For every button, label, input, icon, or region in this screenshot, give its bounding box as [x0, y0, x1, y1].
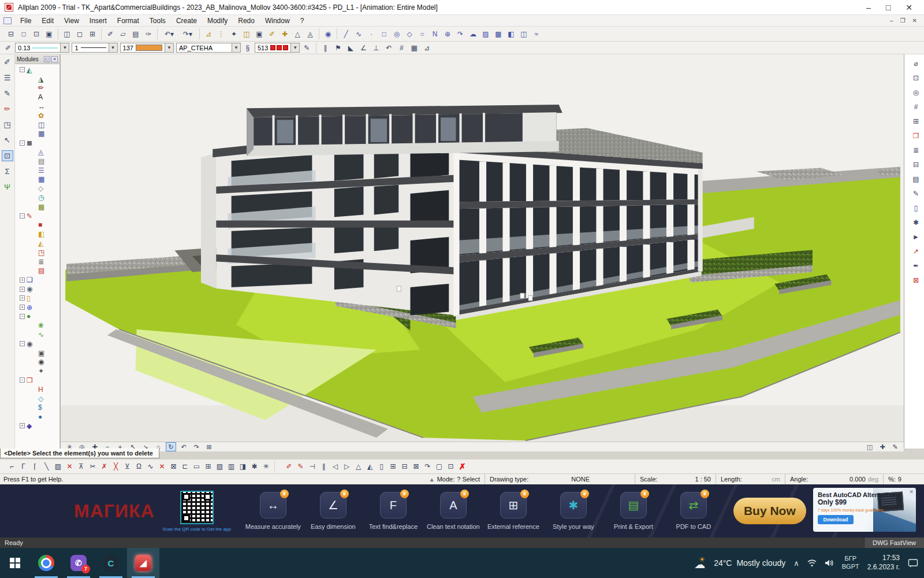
- module-hex[interactable]: ◇: [18, 394, 59, 403]
- compass-icon[interactable]: △: [292, 28, 303, 39]
- rectangle-icon[interactable]: □: [378, 28, 390, 39]
- module-landscape[interactable]: − ●: [18, 312, 59, 321]
- spline-icon[interactable]: N: [429, 28, 441, 39]
- menu-edit[interactable]: Edit: [36, 16, 59, 26]
- box-move-icon[interactable]: ⊠: [411, 461, 422, 472]
- feature-pdf-cad[interactable]: ⇄ ♛ PDF to CAD: [671, 492, 716, 530]
- tree-expander[interactable]: −: [20, 213, 25, 218]
- buy-now-button[interactable]: Buy Now: [733, 498, 806, 524]
- rails-icon[interactable]: ∥: [318, 461, 329, 472]
- section-icon[interactable]: ⌀: [910, 58, 922, 69]
- box-dot-icon[interactable]: ⊡: [445, 461, 456, 472]
- box-delete-icon[interactable]: ⊠: [168, 461, 179, 472]
- close-button[interactable]: ✕: [906, 3, 912, 12]
- save-icon[interactable]: ▣: [43, 28, 55, 39]
- module-tag[interactable]: ◇: [18, 184, 59, 193]
- module-reports[interactable]: − ❒: [18, 376, 59, 385]
- module-user[interactable]: + ◆: [18, 421, 59, 431]
- menu-insert[interactable]: Insert: [84, 16, 112, 26]
- tree-expander[interactable]: −: [20, 140, 25, 146]
- module-camera[interactable]: ◉: [18, 358, 59, 367]
- feature-dimension[interactable]: ∠ ♛ Easy dimension: [311, 492, 356, 530]
- menu-redo[interactable]: Redo: [233, 16, 260, 26]
- tree-expander[interactable]: +: [20, 295, 25, 301]
- arc-icon[interactable]: ↷: [454, 28, 466, 39]
- feature-style[interactable]: ✱ ♛ Style your way: [551, 492, 596, 530]
- mirror-left-icon[interactable]: ◁: [330, 461, 341, 472]
- start-button[interactable]: [0, 548, 30, 578]
- module-animation[interactable]: − ◉: [18, 339, 59, 349]
- sum-icon[interactable]: Σ: [2, 166, 13, 177]
- chevron-down-icon[interactable]: ▼: [109, 43, 117, 52]
- fill-icon[interactable]: ◧: [505, 28, 517, 39]
- module-freeform[interactable]: + ❏: [18, 275, 59, 284]
- image-tool-icon[interactable]: ▣: [254, 28, 265, 39]
- menu-format[interactable]: Format: [112, 16, 144, 26]
- taskbar-dwg-fastview-icon[interactable]: ◢: [127, 548, 159, 578]
- pattern-icon[interactable]: ▩: [493, 28, 504, 39]
- rotate-copy-icon[interactable]: ◭: [364, 461, 375, 472]
- stretch-icon[interactable]: ▭: [191, 461, 202, 472]
- tree-expander[interactable]: +: [20, 423, 25, 428]
- layer-select[interactable]: AP_CTEHA ▼: [176, 43, 241, 53]
- tree-expander[interactable]: −: [20, 314, 25, 319]
- link-icon[interactable]: §: [242, 42, 254, 53]
- arc-mode-icon[interactable]: ↶: [383, 42, 394, 53]
- line-cut-icon[interactable]: ╲: [41, 461, 52, 472]
- module-site[interactable]: + ⊕: [18, 303, 59, 312]
- open-icon[interactable]: ⊡: [31, 28, 42, 39]
- box-plain-icon[interactable]: ▢: [434, 461, 445, 472]
- brush-icon[interactable]: ✐: [105, 28, 116, 39]
- keyboard-layout[interactable]: БГР BGPT: [842, 555, 859, 571]
- stack-edit-icon[interactable]: ⊟: [399, 461, 410, 472]
- sheet-icon[interactable]: ◫: [865, 442, 875, 451]
- module-pyramid[interactable]: ◬: [18, 147, 59, 157]
- scale-tool-icon[interactable]: ⊿: [203, 28, 214, 39]
- delete-part-icon[interactable]: ✗: [99, 461, 110, 472]
- module-roof[interactable]: ◭: [18, 239, 59, 248]
- module-dimension[interactable]: ↔: [18, 102, 59, 111]
- scale-value[interactable]: 1 : 50: [695, 476, 711, 483]
- tree-expander[interactable]: +: [20, 287, 25, 292]
- module-plant[interactable]: ❀: [18, 321, 59, 330]
- bitmap-icon[interactable]: ◫: [518, 28, 530, 39]
- autocad-ad-card[interactable]: ✕ Best AutoCAD Alternative Only $99 7 da…: [813, 488, 916, 532]
- chevron-down-icon[interactable]: ▼: [60, 43, 69, 52]
- cancel-icon[interactable]: ✗: [457, 461, 468, 472]
- module-stairs[interactable]: ≣: [18, 257, 59, 266]
- length-label[interactable]: Length:: [721, 476, 742, 483]
- snap-icon[interactable]: ⊿: [421, 42, 433, 53]
- notification-center-icon[interactable]: [908, 558, 918, 568]
- layer-arrow-icon[interactable]: ►: [910, 231, 922, 242]
- view-undo-icon[interactable]: ↶: [178, 442, 189, 451]
- weather-widget[interactable]: ☀☁ 24°C Mostly cloudy: [694, 557, 785, 569]
- hatch-display-icon[interactable]: ∥: [319, 42, 331, 53]
- module-list[interactable]: ▤: [18, 157, 59, 166]
- merge-icon[interactable]: ⊻: [122, 461, 133, 472]
- polygon-icon[interactable]: ◇: [404, 28, 415, 39]
- eyedropper-icon[interactable]: ✐: [2, 57, 13, 68]
- mdi-restore-button[interactable]: ❐: [900, 17, 906, 24]
- freehand-icon[interactable]: ∿: [353, 28, 364, 39]
- minimize-button[interactable]: –: [866, 3, 871, 12]
- fit-select-icon[interactable]: ⊡: [2, 150, 13, 161]
- color-code-select[interactable]: 513 ▼: [255, 43, 300, 53]
- module-draft[interactable]: ◮: [18, 75, 59, 84]
- tree-expander[interactable]: +: [20, 277, 25, 283]
- new-icon[interactable]: □: [18, 28, 29, 39]
- arrange-icon[interactable]: ✚: [877, 442, 888, 451]
- chevron-down-icon[interactable]: ▼: [232, 43, 240, 52]
- tree-expander[interactable]: +: [20, 305, 25, 310]
- angle-label[interactable]: Angle:: [790, 476, 808, 483]
- module-pattern[interactable]: ▦: [18, 129, 59, 139]
- module-clock[interactable]: ◷: [18, 193, 59, 202]
- float-panel-icon[interactable]: ◱: [44, 56, 50, 62]
- module-architecture[interactable]: − ✎: [18, 212, 59, 221]
- feature-external-ref[interactable]: ⊞ ♛ External reference: [491, 492, 536, 530]
- mirror-copy-icon[interactable]: △: [353, 461, 364, 472]
- array-icon[interactable]: ⊞: [203, 461, 214, 472]
- delete-point-icon[interactable]: ✕: [64, 461, 75, 472]
- break-icon[interactable]: ✂: [87, 461, 98, 472]
- module-web[interactable]: ●: [18, 412, 59, 421]
- menu-help[interactable]: ?: [295, 16, 310, 26]
